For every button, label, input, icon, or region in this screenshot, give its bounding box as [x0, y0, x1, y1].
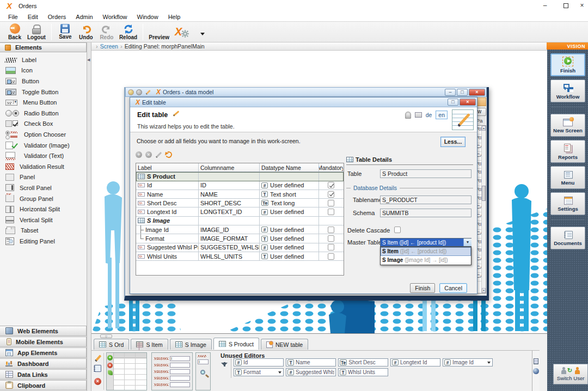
- toolbar-save[interactable]: Save: [55, 22, 76, 42]
- dialog-maximize-button[interactable]: □: [457, 89, 468, 96]
- palette-item-label[interactable]: Label: [0, 54, 86, 65]
- filter-funnel-icon[interactable]: [221, 363, 228, 366]
- palette-item-tabset[interactable]: Tabset: [0, 225, 86, 236]
- less-button[interactable]: Less...: [440, 137, 465, 147]
- tab-s-product[interactable]: S Product: [213, 338, 259, 350]
- toolbar-logout[interactable]: Logout: [25, 22, 48, 42]
- toolbar-app-logo-icon[interactable]: X: [171, 22, 192, 42]
- form-widget[interactable]: I: [151, 352, 193, 390]
- toolbar-caret-down-icon[interactable]: [192, 22, 213, 42]
- table-row-whlsl-units[interactable]: Whlsl UnitsWHLSL_UNITSTUser defined: [136, 252, 344, 261]
- palette-item-validation-result[interactable]: Validation Result: [0, 161, 86, 172]
- edit-dialog-maximize-button[interactable]: □: [448, 99, 458, 106]
- toolbar-reload[interactable]: Reload: [117, 22, 139, 42]
- table-small-icon[interactable]: [415, 112, 422, 118]
- table-row-image-id[interactable]: Image IdIMAGE_ID#User defined: [136, 225, 344, 234]
- stamp-icon[interactable]: [405, 112, 411, 119]
- editor-chip-name[interactable]: TName: [286, 358, 336, 366]
- editor-chip-id[interactable]: #Id: [234, 358, 284, 366]
- sidebar-button-reports[interactable]: Reports: [550, 140, 585, 163]
- edit-pencil-icon[interactable]: [95, 355, 101, 362]
- mandatory-checkbox[interactable]: [328, 209, 334, 215]
- editor-chip-format[interactable]: TFormat: [234, 368, 284, 376]
- language-en-button[interactable]: en: [436, 111, 448, 119]
- menu-help[interactable]: Help: [163, 13, 186, 21]
- maximize-button[interactable]: [556, 0, 575, 12]
- finish-button[interactable]: Finish: [410, 283, 435, 293]
- palette-item-panel[interactable]: Panel: [0, 172, 86, 183]
- remove-field-icon[interactable]: [145, 151, 152, 158]
- accordion-app-elements[interactable]: App Elements: [0, 347, 87, 358]
- sidebar-button-workflow[interactable]: Workflow: [550, 80, 585, 102]
- tab-s-item[interactable]: S Item: [131, 339, 168, 350]
- sidebar-button-settings[interactable]: Settings: [550, 192, 585, 215]
- palette-item-validator-text[interactable]: Validator (Text): [0, 150, 86, 161]
- mini-add-icon[interactable]: [128, 89, 134, 95]
- edit-dialog-close-button[interactable]: ×: [460, 99, 476, 106]
- palette-item-horizontal-split[interactable]: Horizontal Split: [0, 204, 86, 215]
- palette-item-editing-panel[interactable]: Editing Panel: [0, 236, 86, 247]
- palette-item-vertical-split[interactable]: Vertical Split: [0, 215, 86, 225]
- palette-item-button[interactable]: Button: [0, 76, 86, 87]
- mini-remove-icon[interactable]: [136, 89, 142, 95]
- delete-cascade-checkbox[interactable]: [394, 227, 401, 233]
- palette-item-validator-image[interactable]: Validator (Image): [0, 140, 86, 151]
- add-field-icon[interactable]: [136, 151, 142, 158]
- mandatory-checkbox[interactable]: [328, 182, 334, 188]
- accordion-web-elements[interactable]: Web Elements: [0, 326, 87, 336]
- menu-window[interactable]: Window: [132, 13, 163, 21]
- tab-new-table[interactable]: NEW table: [261, 339, 308, 350]
- menu-file[interactable]: File: [3, 13, 23, 21]
- side-list-scrollbar[interactable]: ▲ ▼: [481, 126, 486, 293]
- scroll-down-icon[interactable]: ▼: [482, 288, 486, 293]
- scroll-thumb[interactable]: [482, 186, 486, 201]
- table-row-format[interactable]: FormatIMAGE_FORMATTUser defined: [136, 234, 344, 243]
- left-splitter[interactable]: ◀: [87, 42, 91, 391]
- dropdown-option-s-item[interactable]: S Item ([id] ← [product Id]): [381, 247, 471, 256]
- edit-field-icon[interactable]: [156, 151, 162, 157]
- table-value-field[interactable]: S Product: [380, 169, 471, 178]
- elements-panel-header[interactable]: Elements: [0, 42, 87, 52]
- sidebar-button-menu[interactable]: Menu: [550, 166, 585, 189]
- palette-item-radio-button[interactable]: Radio Button: [0, 108, 86, 119]
- editor-chip-longtext-id[interactable]: #Longtext Id: [390, 358, 440, 366]
- breadcrumb-screen-link[interactable]: Screen: [100, 43, 118, 50]
- palette-item-check-box[interactable]: Check Box: [0, 119, 86, 130]
- master-table-combobox[interactable]: S Item ([id] ← [product Id]): [380, 238, 471, 247]
- editor-chip-short-desc[interactable]: TeShort Desc: [338, 358, 388, 366]
- editor-chip-image-id[interactable]: #Image Id: [443, 358, 493, 366]
- data-model-titlebar[interactable]: X Orders - data model – □ ×: [125, 87, 487, 97]
- mandatory-checkbox[interactable]: [328, 253, 334, 260]
- palette-item-menu-button[interactable]: Menu Button: [0, 97, 86, 108]
- tablename-field[interactable]: S_PRODUCT: [380, 196, 471, 204]
- toolbar-redo[interactable]: Redo: [96, 22, 117, 42]
- collapse-left-icon[interactable]: ◀: [87, 58, 90, 62]
- palette-item-icon[interactable]: Icon: [0, 65, 86, 76]
- dropdown-option-s-image[interactable]: S Image ([image Id] → [id]): [381, 256, 471, 265]
- delete-icon[interactable]: ×: [94, 378, 101, 385]
- table-row-short-desc[interactable]: Short DescSHORT_DESCTeText long: [136, 199, 344, 207]
- switch-user-button[interactable]: ↻ Switch User: [553, 364, 588, 384]
- table-row-name[interactable]: NameNAMETText short: [136, 190, 344, 199]
- toolbar-preview[interactable]: Preview: [146, 22, 171, 42]
- sidebar-button-finish[interactable]: Finish: [550, 53, 585, 76]
- mandatory-checkbox[interactable]: [328, 227, 334, 233]
- minimize-button[interactable]: –: [536, 0, 554, 12]
- mini-edit-icon[interactable]: [146, 90, 151, 95]
- mandatory-checkbox[interactable]: [328, 191, 334, 198]
- cancel-button[interactable]: Cancel: [439, 283, 467, 293]
- mandatory-checkbox[interactable]: [328, 244, 334, 251]
- palette-item-scroll-panel[interactable]: Scroll Panel: [0, 182, 86, 193]
- accordion-dashboard[interactable]: Dashboard: [0, 358, 87, 369]
- notebook-icon[interactable]: [94, 365, 101, 372]
- table-row-s-product[interactable]: S Product: [136, 172, 344, 181]
- editor-chip-suggested-whlsl[interactable]: #Suggested Whlsl...: [286, 368, 336, 376]
- editor-chip-whlsl-units[interactable]: TWhlsl Units: [338, 368, 388, 376]
- menu-edit[interactable]: Edit: [23, 13, 43, 21]
- table-row-longtext-id[interactable]: Longtext IdLONGTEXT_ID#User defined: [136, 207, 344, 216]
- close-button[interactable]: ×: [573, 0, 588, 12]
- menu-workflow[interactable]: Workflow: [98, 13, 132, 21]
- language-de-button[interactable]: de: [426, 112, 432, 118]
- schema-field[interactable]: SUMMITB: [380, 209, 471, 217]
- refresh-icon[interactable]: [164, 150, 173, 158]
